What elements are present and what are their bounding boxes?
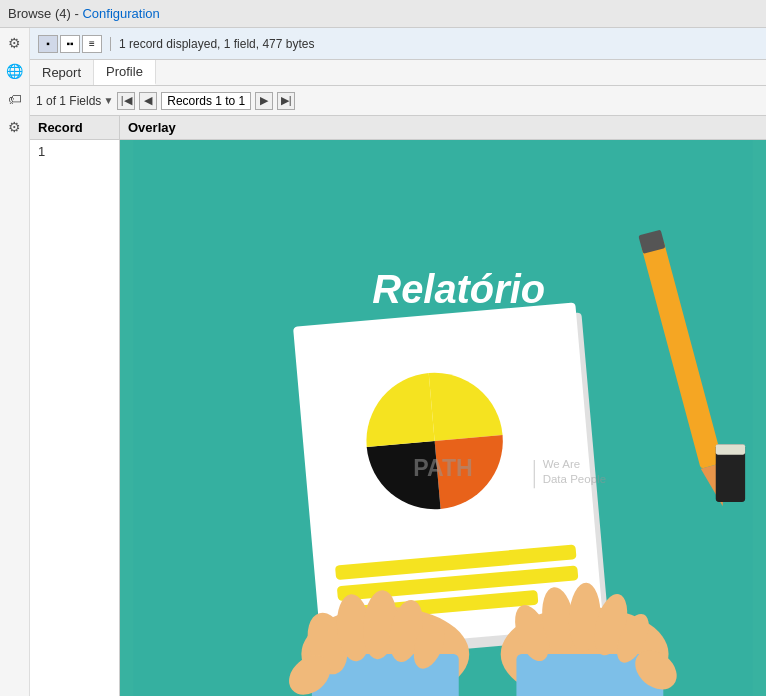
field-label: 1 of 1 Fields [36,94,101,108]
table-container: Record Overlay 1 [30,116,766,696]
tab-report[interactable]: Report [30,60,94,85]
field-selector: 1 of 1 Fields ▼ [36,94,113,108]
nav-next-btn[interactable]: ▶ [255,92,273,110]
col-record-header: Record [30,116,120,139]
table-header: Record Overlay [30,116,766,140]
svg-text:Data People: Data People [543,473,606,485]
svg-text:Relatório: Relatório [372,267,545,311]
nav-prev-btn[interactable]: ◀ [139,92,157,110]
record-cell: 1 [30,140,120,696]
title-bar: Browse (4) - Configuration [0,0,766,28]
info-bar: ▪ ▪▪ ≡ 1 record displayed, 1 field, 477 … [30,28,766,60]
svg-text:We Are: We Are [543,458,581,470]
tab-bar: Report Profile [30,60,766,86]
table-body: 1 [30,140,766,696]
globe-icon[interactable]: 🌐 [4,60,26,82]
tag-icon[interactable]: 🏷 [4,88,26,110]
svg-text:PATH: PATH [413,455,472,481]
nav-last-btn[interactable]: ▶| [277,92,295,110]
gear-icon[interactable]: ⚙ [4,32,26,54]
view-single-icon[interactable]: ▪ [38,35,58,53]
settings-icon[interactable]: ⚙ [4,116,26,138]
tab-profile[interactable]: Profile [94,60,156,85]
overlay-cell: PATH We Are Data People Relatório [120,140,766,696]
view-icons: ▪ ▪▪ ≡ [38,35,102,53]
field-dropdown-icon[interactable]: ▼ [103,95,113,106]
view-double-icon[interactable]: ▪▪ [60,35,80,53]
svg-rect-5 [716,444,745,454]
col-overlay-header: Overlay [120,116,766,139]
nav-first-btn[interactable]: |◀ [117,92,135,110]
view-triple-icon[interactable]: ≡ [82,35,102,53]
nav-bar: 1 of 1 Fields ▼ |◀ ◀ ▶ ▶| [30,86,766,116]
record-range-input[interactable] [161,92,251,110]
config-link[interactable]: Configuration [82,6,159,21]
illustration-svg: PATH We Are Data People Relatório [120,140,766,696]
left-sidebar: ⚙ 🌐 🏷 ⚙ [0,28,30,696]
browse-label: Browse (4) [8,6,71,21]
title-text: Browse (4) - Configuration [8,6,160,21]
info-text: 1 record displayed, 1 field, 477 bytes [110,37,314,51]
content-area: ▪ ▪▪ ≡ 1 record displayed, 1 field, 477 … [30,28,766,696]
main-layout: ⚙ 🌐 🏷 ⚙ ▪ ▪▪ ≡ 1 record displayed, 1 fie… [0,28,766,696]
